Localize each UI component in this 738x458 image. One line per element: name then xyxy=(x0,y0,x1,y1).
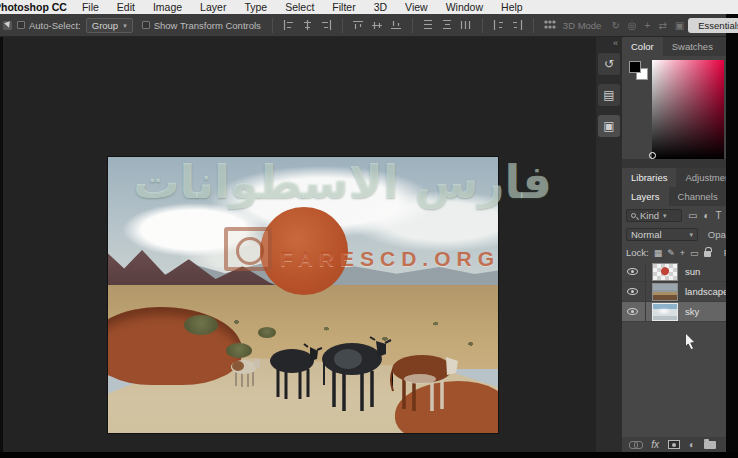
canvas-area[interactable] xyxy=(0,37,596,452)
align-top-edges-icon[interactable] xyxy=(352,19,365,31)
search-icon xyxy=(631,213,636,218)
history-panel-icon[interactable]: ↺ xyxy=(598,53,620,75)
tab-layers[interactable]: Layers xyxy=(622,187,669,206)
divider xyxy=(412,18,413,33)
align-horizontal-centers-icon[interactable] xyxy=(301,19,314,31)
properties-panel-icon[interactable]: ▤ xyxy=(598,84,620,106)
menu-layer[interactable]: Layer xyxy=(191,1,235,13)
tab-color[interactable]: Color xyxy=(622,37,663,56)
layer-style-fx-icon[interactable]: fx xyxy=(651,439,659,450)
align-vertical-centers-icon[interactable] xyxy=(371,19,384,31)
menu-select[interactable]: Select xyxy=(276,1,323,13)
tools-panel-edge xyxy=(0,37,3,458)
filter-adjustment-layers-icon[interactable]: ◐ xyxy=(703,210,709,221)
lock-all-icon[interactable] xyxy=(704,251,711,257)
menu-filter[interactable]: Filter xyxy=(323,1,364,13)
layer-thumbnail-landscape[interactable] xyxy=(652,283,678,301)
visibility-eye-icon[interactable] xyxy=(627,268,638,275)
color-picker-cursor[interactable] xyxy=(649,152,656,159)
menu-help[interactable]: Help xyxy=(492,1,532,13)
add-layer-mask-icon[interactable] xyxy=(668,440,680,449)
3d-pan-icon[interactable]: + xyxy=(645,20,651,31)
distribute-spacing-icon[interactable] xyxy=(543,19,556,31)
lock-position-icon[interactable]: + xyxy=(680,248,685,258)
tab-channels[interactable]: Channels xyxy=(669,187,726,206)
expand-panels-icon[interactable]: « xyxy=(613,38,618,48)
watermark-badge-logo xyxy=(224,227,272,271)
layer-row-sun[interactable]: sun xyxy=(622,262,726,282)
distribute-left-edges-icon[interactable] xyxy=(492,19,505,31)
libraries-panel-tabs: Libraries Adjustments Styles xyxy=(622,168,726,187)
menu-3d[interactable]: 3D xyxy=(365,1,396,13)
menu-view[interactable]: View xyxy=(396,1,437,13)
align-left-edges-icon[interactable] xyxy=(282,19,295,31)
tab-swatches[interactable]: Swatches xyxy=(663,37,722,56)
distribute-vertical-centers-icon[interactable] xyxy=(441,19,454,31)
distribute-bottom-edges-icon[interactable] xyxy=(460,19,473,31)
visibility-eye-icon[interactable] xyxy=(627,288,638,295)
color-slider-strip[interactable] xyxy=(622,159,726,168)
screen-bottom-black-strip xyxy=(0,452,738,458)
layers-panel-footer: fx ◐ xyxy=(622,437,726,452)
tab-libraries[interactable]: Libraries xyxy=(622,168,676,187)
new-group-icon[interactable] xyxy=(704,441,716,449)
divider xyxy=(645,302,646,322)
auto-select-target-dropdown[interactable]: Group ▾ xyxy=(86,18,133,33)
foreground-color-swatch[interactable] xyxy=(629,61,641,73)
link-layers-icon[interactable] xyxy=(629,441,642,448)
layer-name[interactable]: landscape xyxy=(685,286,726,297)
layer-row-sky[interactable]: sky xyxy=(622,302,726,322)
layer-thumbnail-sun[interactable] xyxy=(652,263,678,281)
distribute-right-edges-icon[interactable] xyxy=(511,19,524,31)
color-panel-tabs: Color Swatches xyxy=(622,37,726,56)
3d-camera-icon[interactable]: ▣ xyxy=(675,20,684,31)
cow-black-2 xyxy=(322,337,391,411)
show-transform-label: Show Transform Controls xyxy=(154,20,261,31)
foreground-background-swatches[interactable] xyxy=(629,61,651,83)
layer-row-landscape[interactable]: landscape xyxy=(622,282,726,302)
screen-right-black-strip xyxy=(726,14,738,458)
distribute-top-edges-icon[interactable] xyxy=(422,19,435,31)
workspace-essentials-button[interactable]: Essentials xyxy=(688,18,738,33)
color-picker-gradient[interactable] xyxy=(652,60,724,159)
blend-mode-dropdown[interactable]: Normal ▾ xyxy=(626,228,698,241)
device-preview-panel-icon[interactable]: ▣ xyxy=(598,115,620,137)
menu-edit[interactable]: Edit xyxy=(108,1,144,13)
menu-image[interactable]: Image xyxy=(144,1,191,13)
align-bottom-edges-icon[interactable] xyxy=(390,19,403,31)
show-transform-checkbox[interactable] xyxy=(142,21,150,29)
layer-name[interactable]: sun xyxy=(685,266,700,277)
menu-window[interactable]: Window xyxy=(437,1,492,13)
align-right-edges-icon[interactable] xyxy=(320,19,333,31)
3d-rotate-icon[interactable]: ↻ xyxy=(611,20,619,31)
visibility-eye-icon[interactable] xyxy=(627,308,638,315)
divider xyxy=(533,18,534,33)
watermark-site-text: FARESCD.ORG xyxy=(280,247,500,271)
menu-type[interactable]: Type xyxy=(235,1,276,13)
filter-pixel-layers-icon[interactable]: ▭ xyxy=(688,210,697,221)
options-bar: Auto-Select: Group ▾ Show Transform Cont… xyxy=(0,14,726,37)
app-menu-photoshop[interactable]: Photoshop CC xyxy=(0,1,73,13)
filter-type-layers-icon[interactable]: T xyxy=(716,210,722,221)
opacity-label: Opacity xyxy=(708,229,726,240)
3d-roll-icon[interactable]: ◎ xyxy=(628,20,637,31)
menu-file[interactable]: File xyxy=(73,1,108,13)
new-adjustment-layer-icon[interactable]: ◐ xyxy=(689,440,695,450)
move-tool-icon xyxy=(3,21,12,30)
layer-name[interactable]: sky xyxy=(685,306,699,317)
lock-artboard-icon[interactable]: ▭ xyxy=(690,248,699,258)
document-image[interactable] xyxy=(108,157,498,433)
cow-small-left xyxy=(231,359,260,387)
tab-adjustments[interactable]: Adjustments xyxy=(676,168,726,187)
layer-list-empty-area[interactable] xyxy=(622,322,726,437)
divider xyxy=(645,262,646,282)
divider xyxy=(482,18,483,33)
auto-select-checkbox[interactable] xyxy=(17,21,25,29)
chevron-down-icon: ▾ xyxy=(123,22,127,29)
lock-paint-icon[interactable]: ✎ xyxy=(667,248,675,258)
layer-thumbnail-sky[interactable] xyxy=(652,303,678,321)
lock-label: Lock: xyxy=(626,247,649,258)
lock-transparency-icon[interactable]: ▦ xyxy=(654,248,663,258)
filter-kind-dropdown[interactable]: Kind ▾ xyxy=(626,209,682,222)
3d-slide-icon[interactable]: ⇄ xyxy=(658,20,666,31)
